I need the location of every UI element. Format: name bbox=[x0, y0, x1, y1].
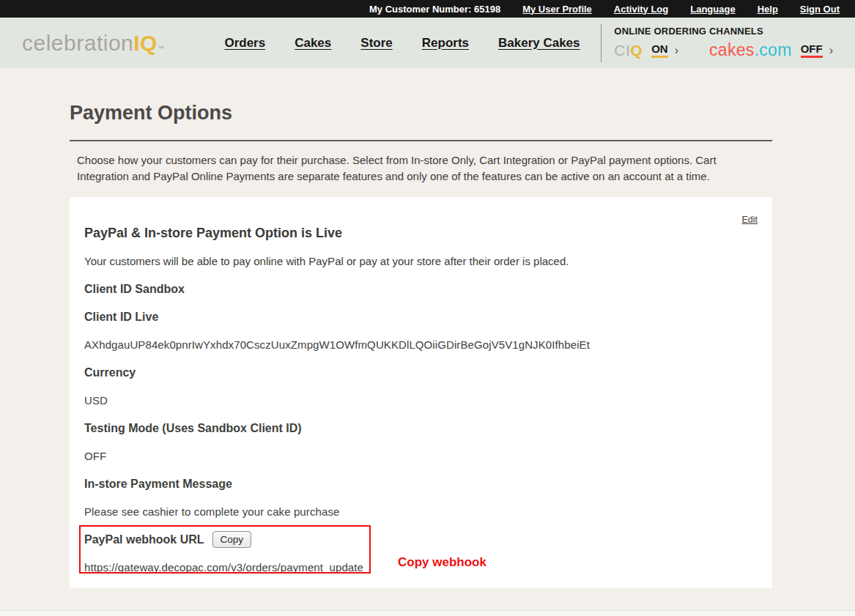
nav-orders[interactable]: Orders bbox=[224, 36, 265, 51]
field-label-client-id-sandbox: Client ID Sandbox bbox=[84, 283, 185, 296]
nav-store[interactable]: Store bbox=[360, 36, 392, 51]
field-value-instore-message: Please see cashier to complete your cake… bbox=[84, 505, 339, 518]
field-value-paypal-webhook-url: https://gateway.decopac.com/v3/orders/pa… bbox=[84, 561, 363, 574]
online-ordering-channels: ONLINE ORDERING CHANNELS CIQ ON › cakes.… bbox=[601, 24, 833, 62]
page-title: Payment Options bbox=[70, 102, 855, 125]
customer-number: My Customer Number: 65198 bbox=[369, 4, 500, 15]
field-label-paypal-webhook-url: PayPal webhook URL bbox=[84, 533, 204, 546]
celebrationiq-logo[interactable]: celebrationIQ™ bbox=[22, 31, 164, 56]
top-utility-bar: My Customer Number: 65198 My User Profil… bbox=[0, 0, 855, 18]
logo-text: celebration bbox=[22, 31, 133, 55]
field-value-client-id-live: AXhdgauUP84ek0pnrIwYxhdx70CsczUuxZmpgW1O… bbox=[84, 338, 590, 351]
field-value-currency: USD bbox=[84, 394, 108, 407]
cakes-com-logo: cakes.com bbox=[709, 40, 792, 60]
ciq-mini-logo: CIQ bbox=[614, 42, 643, 59]
footer-strip bbox=[0, 610, 855, 616]
field-label-instore-message: In-store Payment Message bbox=[84, 478, 232, 491]
payment-option-card: Edit PayPal & In-store Payment Option is… bbox=[70, 197, 772, 588]
main-content: Payment Options Choose how your customer… bbox=[0, 102, 855, 588]
logo-trademark: ™ bbox=[158, 45, 165, 52]
channels-title: ONLINE ORDERING CHANNELS bbox=[614, 26, 833, 37]
vertical-divider bbox=[601, 24, 602, 62]
nav-cakes[interactable]: Cakes bbox=[295, 36, 331, 51]
nav-bakery-cakes[interactable]: Bakery Cakes bbox=[498, 36, 580, 51]
card-subtext: Your customers will be able to pay onlin… bbox=[84, 255, 569, 267]
chevron-right-icon[interactable]: › bbox=[829, 44, 833, 57]
app-header: celebrationIQ™ Orders Cakes Store Report… bbox=[0, 18, 855, 68]
field-label-testing-mode: Testing Mode (Uses Sandbox Client ID) bbox=[84, 422, 302, 435]
main-nav: Orders Cakes Store Reports Bakery Cakes bbox=[224, 36, 580, 51]
topbar-link-help[interactable]: Help bbox=[758, 4, 778, 15]
field-label-client-id-live: Client ID Live bbox=[84, 311, 158, 324]
page-description: Choose how your customers can pay for th… bbox=[77, 152, 764, 185]
card-heading: PayPal & In-store Payment Option is Live bbox=[84, 226, 342, 241]
field-value-testing-mode: OFF bbox=[84, 450, 106, 462]
logo-iq: IQ bbox=[133, 31, 158, 55]
topbar-link-activity-log[interactable]: Activity Log bbox=[614, 4, 668, 15]
topbar-link-my-user-profile[interactable]: My User Profile bbox=[522, 4, 592, 15]
edit-link[interactable]: Edit bbox=[741, 215, 758, 225]
cakes-channel-status-toggle[interactable]: OFF bbox=[801, 42, 823, 58]
field-label-currency: Currency bbox=[84, 366, 136, 379]
nav-reports[interactable]: Reports bbox=[422, 36, 469, 51]
copy-button[interactable]: Copy bbox=[212, 531, 252, 548]
chevron-right-icon[interactable]: › bbox=[675, 44, 678, 57]
topbar-link-sign-out[interactable]: Sign Out bbox=[800, 4, 840, 15]
ciq-channel-status-toggle[interactable]: ON bbox=[651, 42, 668, 58]
annotation-copy-webhook-label: Copy webhook bbox=[398, 555, 486, 570]
topbar-link-language[interactable]: Language bbox=[690, 4, 735, 15]
title-divider bbox=[70, 140, 772, 141]
